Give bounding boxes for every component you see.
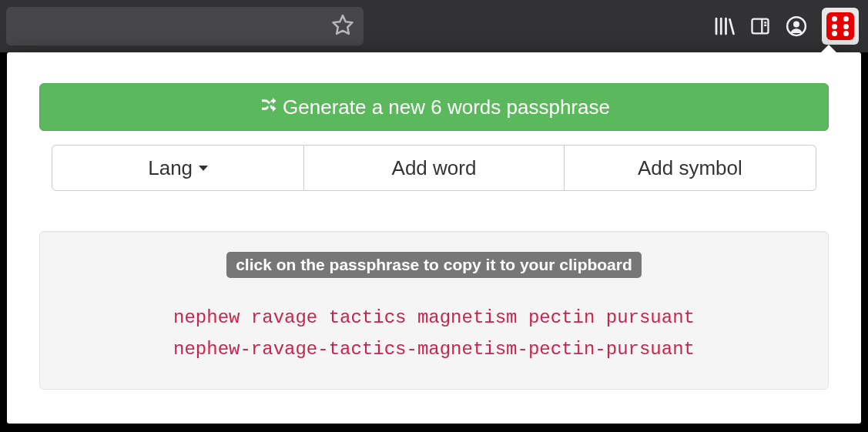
passphrase-list: nephew ravage tactics magnetism pectin p… (55, 303, 813, 366)
dice-icon (826, 12, 854, 40)
passphrase-spaced[interactable]: nephew ravage tactics magnetism pectin p… (55, 303, 813, 334)
add-symbol-label: Add symbol (638, 156, 742, 180)
account-icon[interactable] (785, 15, 808, 38)
lang-label: Lang (148, 156, 193, 180)
shuffle-icon (258, 95, 280, 119)
svg-marker-0 (333, 15, 352, 34)
extension-popup: Generate a new 6 words passphrase Lang A… (7, 52, 861, 424)
passphrase-hyphenated[interactable]: nephew-ravage-tactics-magnetism-pectin-p… (55, 334, 813, 366)
options-button-group: Lang Add word Add symbol (39, 145, 829, 191)
bookmark-star-icon[interactable] (331, 13, 354, 39)
diceware-extension-button[interactable] (822, 8, 859, 45)
add-word-button[interactable]: Add word (304, 145, 564, 191)
toolbar-actions (712, 8, 862, 45)
add-symbol-button[interactable]: Add symbol (565, 145, 816, 191)
svg-line-4 (730, 19, 734, 34)
lang-dropdown[interactable]: Lang (52, 145, 304, 191)
add-word-label: Add word (392, 156, 477, 180)
copy-hint-badge: click on the passphrase to copy it to yo… (226, 252, 642, 278)
generate-button-label: Generate a new 6 words passphrase (283, 95, 610, 119)
url-bar[interactable] (6, 7, 364, 45)
svg-point-10 (793, 22, 799, 28)
popup-arrow (819, 45, 838, 54)
caret-down-icon (199, 166, 208, 171)
generate-button[interactable]: Generate a new 6 words passphrase (39, 83, 829, 131)
browser-toolbar (0, 0, 868, 52)
sidebar-icon[interactable] (749, 15, 771, 37)
passphrase-panel: click on the passphrase to copy it to yo… (39, 231, 829, 390)
library-icon[interactable] (712, 15, 736, 38)
